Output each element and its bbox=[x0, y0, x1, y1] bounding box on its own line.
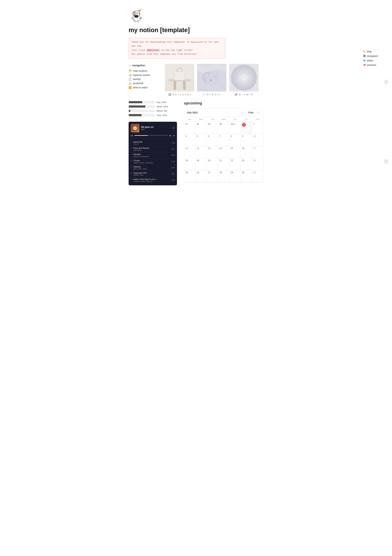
svg-text:♥: ♥ bbox=[140, 8, 141, 10]
progress-track[interactable] bbox=[134, 135, 168, 136]
track-details-6: Superstar Sh*t Dominic Fike bbox=[133, 172, 171, 176]
track-info: life goes on ellie bbox=[141, 126, 170, 130]
progress-bar-year bbox=[129, 114, 154, 116]
growth-icon: 🚀 bbox=[235, 93, 238, 96]
right-column: upcoming July 2021 ‹ Today › Sun Mon Tue… bbox=[184, 101, 263, 186]
track-duration-1: 2:36 bbox=[171, 142, 175, 144]
cal-cell-jul21[interactable]: 21 bbox=[218, 158, 229, 170]
track-details-2: Ross And Rachel Jake Miller bbox=[133, 147, 171, 151]
cal-cell-jul6[interactable]: 6 bbox=[207, 134, 218, 146]
progress-thumb bbox=[134, 135, 148, 136]
cal-cell-jul18[interactable]: 18 bbox=[184, 158, 195, 170]
cal-cell-jun29[interactable]: 29 bbox=[207, 122, 218, 134]
cal-cell-jul20[interactable]: 20 bbox=[207, 158, 218, 170]
playlist-item-6[interactable]: 6 Superstar Sh*t Dominic Fike 2:07 bbox=[131, 171, 175, 177]
track-num-7: 7 bbox=[131, 178, 133, 180]
cal-cell-jul7[interactable]: 7 bbox=[218, 134, 229, 146]
play-triangle-icon bbox=[135, 127, 136, 129]
cal-cell-jul22[interactable]: 22 bbox=[229, 158, 241, 170]
cal-cell-jul23[interactable]: 23 bbox=[241, 158, 252, 170]
calendar-month: July 2021 bbox=[187, 111, 198, 114]
cal-cell-jul10[interactable]: 10 bbox=[252, 134, 263, 146]
cal-cell-jul5[interactable]: 5 bbox=[195, 134, 207, 146]
gallery-personal[interactable]: ☑️ P e r s o n a l bbox=[165, 64, 194, 96]
nav-item-wishlist[interactable]: 📋 wishlist bbox=[129, 77, 160, 81]
day-header-sat: Sat bbox=[252, 117, 263, 122]
playlist-item-1[interactable]: 1 parachute John K 2:36 bbox=[131, 140, 175, 146]
cal-cell-jul17[interactable]: 17 bbox=[252, 146, 263, 158]
play-button[interactable] bbox=[133, 126, 137, 130]
spotify-icon: ⦿ bbox=[172, 127, 175, 130]
cal-cell-jul4[interactable]: 4 bbox=[184, 134, 195, 146]
track-details-4: I Know Daniel Schulz, Julie Berg... bbox=[133, 159, 171, 164]
skip-forward-icon[interactable]: ⏭ bbox=[169, 134, 171, 137]
day-header-wed: Wed bbox=[218, 117, 229, 122]
calendar-header: July 2021 ‹ Today › bbox=[184, 108, 263, 117]
progress-fill-week bbox=[129, 105, 145, 108]
cal-cell-jul15[interactable]: 15 bbox=[229, 146, 241, 158]
playlist-item-7[interactable]: 7 what a nice day to run a... Fuderes, J… bbox=[131, 177, 175, 183]
day-header-fri: Fri bbox=[241, 117, 252, 122]
cal-cell-jun30[interactable]: 30 bbox=[218, 122, 229, 134]
track-duration-6: 2:07 bbox=[171, 173, 175, 175]
svg-text:♥: ♥ bbox=[141, 8, 142, 9]
gallery-growth[interactable]: 🚀 G r o w t h bbox=[229, 64, 259, 96]
cal-cell-jul13[interactable]: 13 bbox=[207, 146, 218, 158]
nav-item-expense-tracker[interactable]: 📊 expense tracker bbox=[129, 73, 160, 77]
progress-label-month: Month: 6% bbox=[157, 110, 167, 112]
cal-cell-jul31[interactable]: 31 bbox=[252, 170, 263, 182]
cal-cell-jul19[interactable]: 19 bbox=[195, 158, 207, 170]
cal-cell-jul1[interactable]: Jul 1 bbox=[229, 122, 241, 134]
progress-row-month: Month: 6% bbox=[129, 110, 177, 112]
share-icon[interactable]: ⇄ bbox=[173, 134, 175, 137]
cal-cell-jul27[interactable]: 27 bbox=[207, 170, 218, 182]
nav-item-main-projects[interactable]: 🗂️ main projects bbox=[129, 69, 160, 73]
gallery-label-school: 📄 S c h o o l bbox=[203, 93, 221, 96]
cal-cell-jul24[interactable]: 24 bbox=[252, 158, 263, 170]
track-num-2: 2 bbox=[131, 147, 133, 149]
svg-rect-25 bbox=[174, 72, 185, 80]
cal-cell-jul30[interactable]: 30 bbox=[241, 170, 252, 182]
today-button[interactable]: Today bbox=[246, 110, 255, 115]
cal-cell-jun28[interactable]: 28 bbox=[195, 122, 207, 134]
cal-cell-jul9[interactable]: 9 bbox=[241, 134, 252, 146]
cal-cell-jul12[interactable]: 12 bbox=[195, 146, 207, 158]
gallery-school[interactable]: 📄 S c h o o l bbox=[197, 64, 226, 96]
nav-gallery-section: navigation 🗂️ main projects 📊 expense tr… bbox=[129, 64, 263, 96]
track-duration-5: 2:46 bbox=[171, 167, 175, 169]
cal-prev-button[interactable]: ‹ bbox=[241, 110, 245, 115]
playlist-item-3[interactable]: 3 Wonder Spencer Sutherland 3:24 bbox=[131, 152, 175, 159]
expense-tracker-icon: 📊 bbox=[129, 74, 131, 77]
gallery-label-growth: 🚀 G r o w t h bbox=[235, 93, 253, 96]
cal-cell-jun27[interactable]: 27 bbox=[184, 122, 195, 134]
cal-cell-jul28[interactable]: 28 bbox=[218, 170, 229, 182]
progress-label-day: Day: 53% bbox=[157, 101, 166, 104]
player-controls: ⏮ ⏭ ⇄ bbox=[131, 134, 175, 137]
nav-column: navigation 🗂️ main projects 📊 expense tr… bbox=[129, 64, 160, 96]
nav-item-bookshelf[interactable]: 📖 bookshelf bbox=[129, 81, 160, 85]
progress-section: Day: 53% Week: 65% Month: 6% Year: 50% bbox=[129, 101, 177, 116]
playlist-item-4[interactable]: 4 I Know Daniel Schulz, Julie Berg... 2:… bbox=[131, 159, 175, 165]
cal-cell-jul16[interactable]: 16 bbox=[241, 146, 252, 158]
notice-line1: Thank you for downloading this template!… bbox=[131, 41, 219, 47]
nav-item-what-to-watch[interactable]: ▶️ what to watch bbox=[129, 85, 160, 90]
progress-bar-week bbox=[129, 105, 154, 108]
cal-cell-jul29[interactable]: 29 bbox=[229, 170, 241, 182]
cal-cell-jul14[interactable]: 14 bbox=[218, 146, 229, 158]
cal-cell-jul11[interactable]: 11 bbox=[184, 146, 195, 158]
cal-cell-jul26[interactable]: 26 bbox=[195, 170, 207, 182]
track-duration-2: 3:12 bbox=[171, 148, 175, 150]
playlist-item-2[interactable]: 2 Ross And Rachel Jake Miller 3:12 bbox=[131, 146, 175, 152]
cal-cell-jul2[interactable]: 2 bbox=[241, 122, 252, 134]
progress-row-week: Week: 65% bbox=[129, 105, 177, 108]
playlist-item-5[interactable]: 5 Oblivion Alex Holtti, LOVA 2:46 bbox=[131, 165, 175, 171]
upcoming-section: upcoming July 2021 ‹ Today › Sun Mon Tue… bbox=[184, 101, 263, 183]
cal-cell-jul3[interactable]: 3 bbox=[252, 122, 263, 134]
cal-next-button[interactable]: › bbox=[256, 110, 261, 115]
track-details-7: what a nice day to run a... Fuderes, Jus… bbox=[133, 178, 171, 182]
gallery-img-school bbox=[197, 64, 226, 92]
cal-cell-jul25[interactable]: 25 bbox=[184, 170, 195, 182]
skip-back-icon[interactable]: ⏮ bbox=[131, 134, 133, 137]
cal-cell-jul8[interactable]: 8 bbox=[229, 134, 241, 146]
school-image-svg bbox=[197, 64, 226, 92]
